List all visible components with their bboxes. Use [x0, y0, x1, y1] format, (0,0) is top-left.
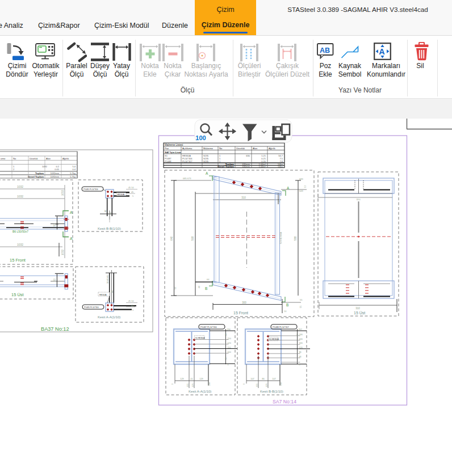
svg-text:1032: 1032: [17, 185, 23, 188]
svg-text:170: 170: [266, 384, 268, 387]
svg-text:P1087 PL10*316: P1087 PL10*316: [200, 326, 217, 328]
svg-text:P1088 PL10*317: P1088 PL10*317: [273, 326, 289, 328]
svg-text:50: 50: [225, 357, 227, 360]
svg-text:0.4: 0.4: [72, 168, 76, 171]
svg-text:0: 0: [228, 364, 229, 366]
svg-text:A: A: [206, 171, 208, 175]
svg-text:S3 HE360A: S3 HE360A: [279, 232, 282, 244]
svg-text:210: 210: [228, 338, 231, 340]
svg-text:5.7kg: 5.7kg: [70, 175, 76, 178]
svg-text:685 673: 685 673: [183, 177, 191, 180]
svg-text:310: 310: [355, 307, 360, 310]
svg-text:HE160A: HE160A: [118, 193, 125, 196]
svg-text:51: 51: [296, 334, 299, 336]
svg-text:S235: S235: [203, 160, 209, 163]
svg-text:A: A: [379, 47, 385, 56]
svg-text:Kesit B-B(1/10): Kesit B-B(1/10): [98, 227, 121, 230]
svg-text:1092mm: 1092mm: [50, 172, 59, 175]
svg-text:Alan: Alan: [46, 157, 51, 160]
svg-text:15 Front: 15 Front: [10, 258, 26, 263]
svg-text:1.64m²: 1.64m²: [259, 165, 266, 168]
svg-text:45 50: 45 50: [128, 300, 134, 302]
svg-text:P1088: P1088: [165, 160, 171, 163]
svg-text:643: 643: [299, 189, 303, 192]
svg-text:126: 126: [299, 347, 303, 349]
svg-text:Ağırlık: Ağırlık: [62, 157, 69, 160]
svg-text:10: 10: [284, 310, 287, 313]
svg-text:110: 110: [228, 347, 231, 349]
svg-text:0.05: 0.05: [55, 168, 60, 171]
svg-text:55: 55: [299, 305, 302, 308]
svg-text:155: 155: [187, 384, 189, 387]
svg-text:BA37 No:12: BA37 No:12: [41, 326, 69, 332]
svg-text:588: 588: [294, 236, 297, 241]
svg-text:P1085 PL10*316: P1085 PL10*316: [83, 188, 98, 191]
svg-text:Malzeme: Malzeme: [203, 147, 214, 150]
svg-text:1092: 1092: [42, 165, 48, 168]
svg-text:50: 50: [53, 223, 56, 226]
svg-text:55: 55: [300, 298, 303, 301]
svg-text:5: 5: [132, 309, 133, 311]
svg-text:297: 297: [299, 328, 302, 331]
svg-text:45: 45: [110, 212, 112, 214]
svg-text:86: 86: [262, 377, 265, 380]
svg-text:Ağırlık: Ağırlık: [269, 147, 276, 150]
svg-text:S1 HE360A: S1 HE360A: [195, 337, 206, 339]
svg-text:15 Üst: 15 Üst: [11, 292, 24, 297]
svg-text:298: 298: [208, 382, 211, 386]
svg-text:SA7 No:14: SA7 No:14: [273, 399, 296, 405]
svg-text:1032: 1032: [61, 249, 64, 255]
svg-text:45: 45: [111, 290, 114, 293]
svg-text:Alan: Alan: [253, 147, 258, 150]
svg-text:AB: AB: [320, 47, 330, 54]
svg-text:1032: 1032: [17, 195, 23, 198]
svg-text:45: 45: [131, 305, 133, 307]
svg-text:683: 683: [299, 178, 303, 180]
svg-text:B: B: [205, 287, 207, 290]
svg-text:B: B: [286, 303, 288, 307]
svg-text:No: No: [219, 147, 223, 150]
svg-text:B6 L50/50x7: B6 L50/50x7: [12, 230, 28, 233]
svg-text:P1085 PL10*316: P1085 PL10*316: [84, 306, 99, 309]
svg-text:PL10*317: PL10*317: [182, 160, 192, 163]
svg-text:300: 300: [242, 301, 246, 304]
svg-text:1032: 1032: [17, 243, 23, 246]
svg-text:Genel Toplam: Genel Toplam: [28, 175, 44, 178]
svg-text:298: 298: [280, 382, 282, 386]
svg-text:640: 640: [170, 236, 173, 241]
svg-text:SA7 İçin Liste: SA7 İçin Liste: [165, 151, 181, 154]
svg-text:40: 40: [104, 210, 107, 212]
svg-text:izme: izme: [1, 157, 6, 160]
svg-text:296: 296: [227, 328, 231, 331]
svg-text:107: 107: [272, 377, 276, 380]
svg-text:54kg: 54kg: [278, 165, 283, 168]
svg-text:Kesit B-B(1/10): Kesit B-B(1/10): [260, 390, 283, 393]
svg-text:5: 5: [132, 195, 133, 197]
svg-text:5.7kg: 5.7kg: [70, 172, 76, 175]
svg-text:A: A: [70, 210, 73, 214]
svg-text:568: 568: [191, 236, 194, 241]
svg-text:Uzunluk: Uzunluk: [236, 147, 245, 150]
svg-text:A: A: [287, 186, 290, 190]
svg-text:HE160A: HE160A: [99, 294, 107, 296]
svg-text:15 Üst: 15 Üst: [354, 311, 365, 315]
svg-text:86: 86: [299, 351, 302, 353]
svg-text:0: 0: [299, 364, 300, 366]
svg-text:Açıklama: Açıklama: [182, 147, 192, 150]
svg-text:No: No: [13, 157, 16, 160]
svg-text:310: 310: [241, 196, 246, 199]
svg-text:Uzunluk: Uzunluk: [30, 157, 37, 160]
svg-text:15 Front: 15 Front: [233, 311, 248, 315]
svg-text:246: 246: [299, 334, 303, 336]
svg-text:44: 44: [198, 285, 200, 288]
svg-text:107: 107: [250, 377, 254, 380]
svg-text:1032: 1032: [61, 189, 64, 196]
svg-text:64: 64: [207, 278, 210, 281]
svg-text:100: 100: [195, 134, 206, 141]
svg-text:310: 310: [357, 198, 361, 201]
svg-text:38 40 45: 38 40 45: [107, 275, 109, 284]
svg-text:170: 170: [192, 384, 194, 387]
svg-text:50: 50: [53, 278, 56, 281]
svg-text:166: 166: [299, 342, 303, 344]
svg-text:0: 0: [171, 384, 174, 385]
